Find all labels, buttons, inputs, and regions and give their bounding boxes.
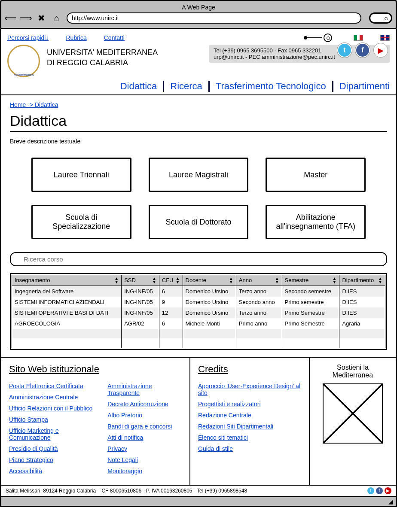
- stop-icon[interactable]: ✖: [36, 12, 47, 24]
- page-body: Percorsi rapidi↓ Rubrica Contatti UNIVER…: [0, 29, 397, 497]
- table-row[interactable]: SISTEMI OPERATIVI E BASI DI DATIING-INF/…: [12, 307, 385, 318]
- footer-link[interactable]: Privacy: [107, 445, 127, 452]
- facebook-icon[interactable]: f: [355, 43, 370, 58]
- youtube-icon[interactable]: ▶: [373, 43, 388, 58]
- nav-ricerca[interactable]: Ricerca: [164, 81, 210, 92]
- sort-icon[interactable]: ▲▼: [378, 277, 382, 284]
- footer-link[interactable]: Progettisti e realizzatori: [198, 401, 261, 407]
- footer-link[interactable]: Amministrazione Trasparente: [107, 383, 152, 396]
- th-semestre[interactable]: Semestre▲▼: [282, 275, 339, 286]
- th-insegnamento[interactable]: Insegnamento▲▼: [12, 275, 122, 286]
- nav-dipartimenti[interactable]: Dipartimenti: [333, 81, 390, 92]
- sort-icon[interactable]: ▲▼: [152, 277, 156, 284]
- facebook-icon[interactable]: f: [376, 487, 383, 494]
- bottom-bar: Salita Melissari, 89124 Reggio Calabria …: [1, 485, 396, 496]
- th-dipartimento[interactable]: Dipartimento▲▼: [339, 275, 385, 286]
- main-content: Home -> Didattica Didattica Breve descri…: [1, 95, 396, 357]
- courses-table: Insegnamento▲▼ SSD▲▼ CFU▲▼ Docente▲▼ Ann…: [10, 273, 387, 350]
- bottom-address: Salita Melissari, 89124 Reggio Calabria …: [6, 488, 247, 494]
- page-title: Didattica: [10, 112, 387, 132]
- university-logo-icon[interactable]: [7, 45, 40, 77]
- site-search-toggle[interactable]: [306, 33, 332, 42]
- table-cell: ING-INF/05: [122, 286, 159, 297]
- sort-icon[interactable]: ▲▼: [176, 277, 180, 284]
- table-cell: DIIES: [339, 286, 385, 297]
- nav-didattica[interactable]: Didattica: [114, 81, 165, 92]
- footer-link[interactable]: Albo Pretorio: [107, 412, 142, 419]
- th-cfu[interactable]: CFU▲▼: [159, 275, 183, 286]
- footer-col-credits: Credits Approccio 'User-Experience Desig…: [190, 358, 310, 485]
- flag-it-icon[interactable]: [354, 35, 363, 41]
- university-name-line1: UNIVERSITA' MEDITERRANEA: [47, 47, 158, 58]
- footer-col-institutional: Sito Web istituzionale Posta Elettronica…: [1, 358, 190, 485]
- cat-lauree-magistrali[interactable]: Lauree Magistrali: [149, 158, 249, 192]
- cat-lauree-triennali[interactable]: Lauree Triennali: [31, 158, 131, 192]
- youtube-icon[interactable]: ▶: [385, 487, 391, 494]
- university-name: UNIVERSITA' MEDITERRANEA DI REGGIO CALAB…: [47, 45, 158, 68]
- support-line2: Mediterranea: [318, 371, 388, 379]
- footer-title-credits: Credits: [198, 364, 301, 375]
- footer: Sito Web istituzionale Posta Elettronica…: [1, 357, 396, 485]
- breadcrumb[interactable]: Home -> Didattica: [10, 101, 387, 108]
- table-cell: Secondo semestre: [282, 286, 339, 297]
- footer-link[interactable]: Guida di stile: [198, 445, 233, 452]
- table-cell: DIIES: [339, 307, 385, 318]
- footer-link[interactable]: Accessibilità: [9, 468, 42, 474]
- link-contatti[interactable]: Contatti: [104, 34, 125, 41]
- sort-icon[interactable]: ▲▼: [114, 277, 119, 284]
- twitter-icon[interactable]: t: [337, 43, 352, 58]
- table-cell: Michele Monti: [183, 318, 236, 329]
- th-anno[interactable]: Anno▲▼: [236, 275, 282, 286]
- nav-trasferimento[interactable]: Trasferimento Tecnologico: [210, 81, 333, 92]
- footer-link[interactable]: Elenco siti tematici: [198, 434, 248, 441]
- forward-icon[interactable]: ⟹: [20, 12, 31, 24]
- table-cell: SISTEMI OPERATIVI E BASI DI DATI: [12, 307, 122, 318]
- footer-link[interactable]: Decreto Anticorruzione: [107, 401, 168, 407]
- browser-chrome: A Web Page ⟸ ⟹ ✖ ⌂ ⌕: [0, 0, 397, 29]
- footer-link[interactable]: Monitoraggio: [107, 468, 142, 474]
- browser-toolbar: ⟸ ⟹ ✖ ⌂ ⌕: [5, 12, 392, 24]
- sort-icon[interactable]: ▲▼: [333, 277, 337, 284]
- course-search-input[interactable]: [10, 252, 387, 266]
- footer-link[interactable]: Amministrazione Centrale: [9, 394, 78, 401]
- footer-link[interactable]: Bandi di gara e concorsi: [107, 423, 172, 430]
- link-rubrica[interactable]: Rubrica: [66, 34, 86, 41]
- footer-link[interactable]: Approccio 'User-Experience Design' al si…: [198, 383, 300, 396]
- footer-link[interactable]: Posta Elettronica Certificata: [9, 383, 83, 389]
- cat-scuola-specializzazione[interactable]: Scuola di Specializzazione: [31, 205, 131, 239]
- browser-search-button[interactable]: ⌕: [369, 12, 392, 24]
- table-row[interactable]: Ingegneria del SoftwareING-INF/056Domeni…: [12, 286, 385, 297]
- flag-en-icon[interactable]: [380, 35, 390, 41]
- footer-link[interactable]: Redazioni Siti Dipartimentali: [198, 423, 273, 430]
- sort-icon[interactable]: ▲▼: [275, 277, 279, 284]
- footer-link[interactable]: Ufficio Stampa: [9, 416, 48, 423]
- table-row[interactable]: AGROECOLOGIAAGR/026Michele MontiPrimo an…: [12, 318, 385, 329]
- footer-link[interactable]: Note Legali: [107, 456, 138, 463]
- home-icon[interactable]: ⌂: [51, 12, 62, 24]
- footer-link[interactable]: Ufficio Marketing e Comunicazione: [9, 427, 59, 441]
- th-ssd[interactable]: SSD▲▼: [122, 275, 159, 286]
- page-description: Breve descrizione testuale: [10, 138, 387, 145]
- footer-link[interactable]: Redazione Centrale: [198, 412, 251, 419]
- cat-tfa[interactable]: Abilitazione all'insegnamento (TFA): [266, 205, 366, 239]
- resize-grip-icon[interactable]: ◢: [0, 497, 397, 507]
- table-cell: 6: [159, 286, 183, 297]
- table-cell: ING-INF/05: [122, 297, 159, 307]
- table-cell: DIIES: [339, 297, 385, 307]
- twitter-icon[interactable]: t: [367, 487, 374, 494]
- table-cell: SISTEMI INFORMATICI AZIENDALI: [12, 297, 122, 307]
- footer-link[interactable]: Piano Strategico: [9, 456, 53, 463]
- th-docente[interactable]: Docente▲▼: [183, 275, 236, 286]
- window-title: A Web Page: [5, 4, 392, 11]
- table-row[interactable]: SISTEMI INFORMATICI AZIENDALIING-INF/059…: [12, 297, 385, 307]
- cat-master[interactable]: Master: [266, 158, 366, 192]
- support-image-placeholder[interactable]: [323, 383, 383, 444]
- url-input[interactable]: [67, 12, 361, 24]
- sort-icon[interactable]: ▲▼: [229, 277, 233, 284]
- footer-link[interactable]: Atti di notifica: [107, 434, 143, 441]
- link-percorsi-rapidi[interactable]: Percorsi rapidi↓: [7, 34, 49, 41]
- footer-link[interactable]: Ufficio Relazioni con il Pubblico: [9, 405, 92, 412]
- cat-scuola-dottorato[interactable]: Scuola di Dottorato: [149, 205, 249, 239]
- back-icon[interactable]: ⟸: [5, 12, 16, 24]
- footer-link[interactable]: Presidio di Qualità: [9, 445, 58, 452]
